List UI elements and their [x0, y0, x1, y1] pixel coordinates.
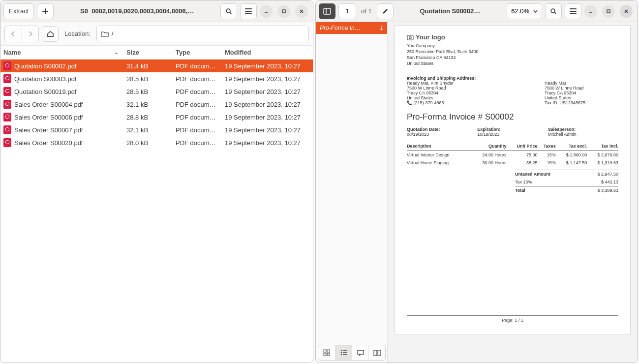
total-tax: Tax 15%$ 442.13 [515, 178, 618, 186]
view-annotations-button[interactable] [352, 345, 368, 360]
ship-street: 7500 W Linne Road [545, 86, 618, 91]
total-label: Total [515, 188, 525, 193]
company-citystate: San Francisco CA 94134 [407, 55, 618, 61]
column-header-name[interactable]: Name ⌄ [0, 49, 123, 56]
archive-title: S0_0002,0019,0020,0003,0004,0006,… [57, 7, 217, 15]
table-row[interactable]: Sales Order S00006.pdf28.8 kBPDF docum…1… [0, 111, 313, 123]
view-grid-button[interactable] [318, 345, 335, 360]
file-modified: 19 September 2023, 10:27 [222, 114, 313, 121]
meta-value: 10/19/2023 [477, 132, 548, 137]
pdf-file-icon [3, 125, 11, 134]
viewer-window-controls [584, 5, 635, 18]
total-value: $ 442.13 [601, 180, 618, 184]
company-name: YourCompany [407, 43, 618, 49]
chevron-down-icon [533, 10, 538, 13]
file-modified: 19 September 2023, 10:27 [222, 62, 313, 70]
table-row[interactable]: Sales Order S00007.pdf32.1 kBPDF docum…1… [0, 123, 313, 136]
total-value: $ 2,947.50 [597, 172, 618, 177]
viewer-minimize-button[interactable] [584, 5, 597, 18]
page-number-input[interactable] [338, 3, 356, 19]
company-street: 250 Executive Park Blvd, Suite 3400 [407, 49, 618, 55]
back-button[interactable] [5, 26, 22, 42]
viewer-maximize-button[interactable] [602, 5, 615, 18]
pdf-file-icon [3, 100, 11, 109]
viewer-menu-button[interactable] [565, 3, 581, 19]
zoom-value: 62.0% [511, 7, 529, 15]
file-name: Sales Order S00006.pdf [14, 114, 83, 121]
pdf-file-icon [3, 61, 11, 70]
svg-point-3 [551, 9, 555, 13]
column-header-type[interactable]: Type [173, 49, 222, 56]
hamburger-menu-button[interactable] [240, 3, 257, 19]
table-row[interactable]: Quotation S00002.pdf31.4 kBPDF docum…19 … [0, 60, 313, 72]
file-type: PDF docum… [173, 62, 222, 70]
column-header-size[interactable]: Size [123, 49, 173, 56]
location-label: Location: [61, 30, 93, 37]
meta-label: Quotation Date: [407, 127, 477, 132]
pdf-file-icon [3, 138, 11, 147]
file-modified: 19 September 2023, 10:27 [222, 75, 313, 83]
address-block: Invoicing and Shipping Address: Ready Ma… [407, 76, 618, 105]
svg-rect-1 [282, 10, 285, 13]
view-mode-toolbar [318, 345, 386, 361]
meta-salesperson: Salesperson:Mitchell Admin [548, 127, 618, 137]
annotate-button[interactable] [377, 3, 394, 19]
svg-rect-7 [324, 350, 326, 352]
total-grand: Total$ 3,389.63 [515, 186, 618, 194]
thumbnail-item[interactable]: Pro-Forma In… 1 [316, 22, 387, 34]
viewer-search-button[interactable] [545, 3, 562, 19]
hamburger-icon [570, 8, 577, 14]
line-item-row: Virtual Home Staging30.00 Hours38.2515%$… [407, 159, 618, 167]
extract-button[interactable]: Extract [3, 3, 34, 19]
total-label: Tax 15% [515, 180, 532, 184]
file-type: PDF docum… [173, 126, 222, 134]
file-type: PDF docum… [173, 88, 222, 95]
table-row[interactable]: Quotation S00019.pdf28.5 kBPDF docum…19 … [0, 85, 313, 98]
viewer-headerbar: of 1 Quotation S00002… 62.0% [316, 0, 638, 22]
meta-label: Salesperson: [548, 127, 618, 132]
zoom-select[interactable]: 62.0% [507, 3, 542, 19]
table-row[interactable]: Quotation S00003.pdf28.5 kBPDF docum…19 … [0, 72, 313, 85]
meta-quotation-date: Quotation Date:08/19/2023 [407, 127, 477, 137]
li-tax: 15% [537, 151, 555, 159]
bill-citystate: Tracy CA 95304 [407, 91, 476, 95]
th-taxes: Taxes [537, 142, 555, 151]
document-title: Pro-Forma Invoice # S00002 [407, 112, 618, 122]
document-pane[interactable]: Your logo YourCompany 250 Executive Park… [388, 22, 638, 363]
add-files-button[interactable] [37, 3, 54, 19]
view-list-button[interactable] [335, 345, 352, 360]
table-row[interactable]: Sales Order S00004.pdf32.1 kBPDF docum…1… [0, 98, 313, 111]
toggle-sidepane-button[interactable] [319, 3, 335, 19]
hamburger-icon [245, 8, 252, 14]
forward-button[interactable] [22, 26, 38, 42]
li-tax: 15% [537, 159, 555, 167]
file-name: Quotation S00003.pdf [14, 75, 77, 83]
minimize-button[interactable] [260, 5, 273, 18]
location-input[interactable]: / [96, 26, 309, 42]
home-icon [47, 30, 54, 37]
camera-icon [407, 34, 414, 40]
pdf-file-icon [3, 87, 11, 96]
sort-indicator-icon: ⌄ [114, 49, 119, 56]
search-button[interactable] [220, 3, 237, 19]
li-desc: Virtual Home Staging [407, 159, 470, 167]
column-header-modified[interactable]: Modified [222, 49, 313, 56]
close-icon [624, 9, 629, 14]
viewer-close-button[interactable] [620, 5, 633, 18]
th-tax-incl: Tax incl. [587, 142, 618, 151]
home-button[interactable] [42, 26, 59, 42]
bill-phone: 📞 (215)-379-4865 [407, 100, 476, 105]
maximize-button[interactable] [277, 5, 290, 18]
viewer-title: Quotation S00002… [396, 7, 504, 15]
address-header: Invoicing and Shipping Address: [407, 76, 476, 81]
close-button[interactable] [295, 5, 308, 18]
pdf-file-icon [3, 113, 11, 121]
company-address: YourCompany 250 Executive Park Blvd, Sui… [407, 43, 618, 67]
chevron-right-icon [28, 31, 33, 37]
view-dual-page-button[interactable] [368, 345, 385, 360]
logo-text: Your logo [416, 33, 445, 41]
table-row[interactable]: Sales Order S00020.pdf28.0 kBPDF docum…1… [0, 136, 313, 149]
meta-expiration: Expiration:10/19/2023 [477, 127, 548, 137]
th-quantity: Quantity [470, 142, 506, 151]
li-excl: $ 1,147.50 [556, 159, 587, 167]
